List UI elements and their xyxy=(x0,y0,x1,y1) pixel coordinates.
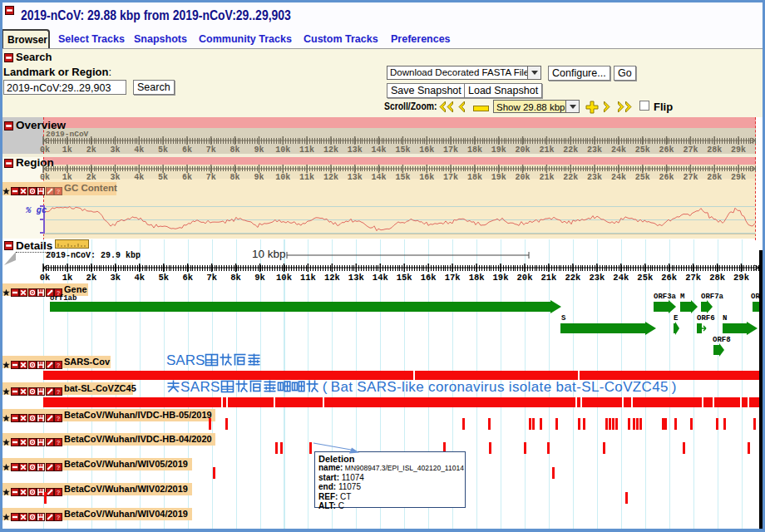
svg-text:?: ? xyxy=(57,362,61,369)
svg-text:?: ? xyxy=(57,388,61,396)
svg-text:?: ? xyxy=(57,415,61,422)
svg-text:?: ? xyxy=(57,489,61,496)
svg-text:?: ? xyxy=(57,464,61,471)
svg-text:?: ? xyxy=(57,439,61,446)
svg-text:?: ? xyxy=(57,514,61,521)
